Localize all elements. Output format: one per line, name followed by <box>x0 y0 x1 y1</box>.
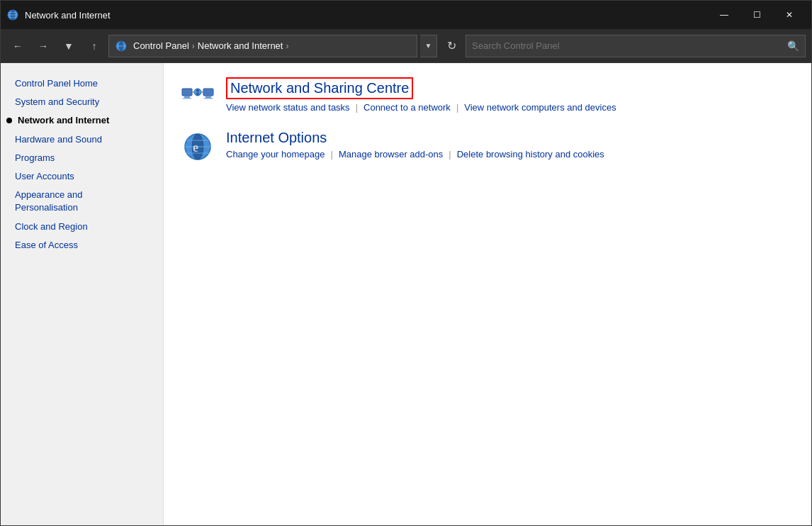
sep-2: | <box>456 102 458 113</box>
svg-rect-13 <box>204 98 213 99</box>
maximize-button[interactable]: ☐ <box>740 4 773 26</box>
internet-options-section: e Internet Options Change your homepage … <box>181 130 794 164</box>
network-sharing-body: Network and Sharing Centre View network … <box>226 77 794 113</box>
sidebar-item-network-internet[interactable]: Network and Internet <box>1 111 163 130</box>
address-dropdown[interactable]: ▼ <box>420 35 437 57</box>
refresh-button[interactable]: ↻ <box>440 35 463 57</box>
network-sharing-links: View network status and tasks | Connect … <box>226 102 794 113</box>
sep-3: | <box>331 149 333 160</box>
sidebar-item-control-panel-home[interactable]: Control Panel Home <box>1 74 163 93</box>
forward-button[interactable]: → <box>32 35 55 57</box>
sidebar-item-user-accounts[interactable]: User Accounts <box>1 167 163 186</box>
close-button[interactable]: ✕ <box>773 4 806 26</box>
title-controls: — ☐ ✕ <box>708 4 806 26</box>
connect-network-link[interactable]: Connect to a network <box>363 102 451 113</box>
path-segment-1[interactable]: Control Panel <box>133 40 189 51</box>
network-sharing-icon <box>181 77 215 111</box>
up-button[interactable]: ↑ <box>83 35 106 57</box>
content-area: Network and Sharing Centre View network … <box>164 63 811 525</box>
sidebar-item-ease-access[interactable]: Ease of Access <box>1 236 163 254</box>
search-input[interactable] <box>472 40 787 51</box>
svg-rect-8 <box>182 89 192 96</box>
window-title: Network and Internet <box>25 10 708 21</box>
path-icon <box>115 40 128 52</box>
network-sharing-title[interactable]: Network and Sharing Centre <box>226 77 413 99</box>
internet-options-icon: e <box>181 130 215 164</box>
sidebar: Control Panel Home System and Security N… <box>1 63 164 525</box>
sidebar-item-system-security[interactable]: System and Security <box>1 93 163 111</box>
manage-addons-link[interactable]: Manage browser add-ons <box>339 149 443 160</box>
path-sep-2: › <box>286 41 288 51</box>
delete-history-link[interactable]: Delete browsing history and cookies <box>457 149 604 160</box>
sidebar-item-appearance[interactable]: Appearance andPersonalisation <box>1 186 163 217</box>
main-window: Network and Internet — ☐ ✕ ← → ▼ ↑ Contr… <box>0 0 812 526</box>
search-box[interactable]: 🔍 <box>466 35 806 57</box>
svg-rect-11 <box>203 89 213 96</box>
svg-rect-12 <box>205 96 211 98</box>
view-network-status-link[interactable]: View network status and tasks <box>226 102 350 113</box>
main-content: Control Panel Home System and Security N… <box>1 63 811 525</box>
sep-4: | <box>449 149 451 160</box>
active-indicator <box>6 118 12 123</box>
svg-text:e: e <box>193 140 198 155</box>
svg-rect-10 <box>183 98 191 99</box>
view-computers-link[interactable]: View network computers and devices <box>464 102 616 113</box>
dropdown-button[interactable]: ▼ <box>57 35 80 57</box>
svg-rect-9 <box>184 96 190 98</box>
search-icon: 🔍 <box>787 40 799 52</box>
sidebar-item-programs[interactable]: Programs <box>1 149 163 167</box>
back-button[interactable]: ← <box>6 35 29 57</box>
internet-options-body: Internet Options Change your homepage | … <box>226 130 794 160</box>
path-segment-2[interactable]: Network and Internet <box>198 40 283 51</box>
network-sharing-section: Network and Sharing Centre View network … <box>181 77 794 113</box>
title-bar: Network and Internet — ☐ ✕ <box>1 1 811 29</box>
sidebar-item-clock-region[interactable]: Clock and Region <box>1 218 163 236</box>
sidebar-item-hardware-sound[interactable]: Hardware and Sound <box>1 130 163 149</box>
internet-options-links: Change your homepage | Manage browser ad… <box>226 149 794 160</box>
change-homepage-link[interactable]: Change your homepage <box>226 149 325 160</box>
sep-1: | <box>356 102 358 113</box>
address-bar: ← → ▼ ↑ Control Panel › Network and Inte… <box>1 29 811 63</box>
window-icon <box>6 9 19 21</box>
internet-options-title[interactable]: Internet Options <box>226 130 327 146</box>
address-path[interactable]: Control Panel › Network and Internet › <box>108 35 417 57</box>
path-sep-1: › <box>192 41 195 51</box>
minimize-button[interactable]: — <box>708 4 740 26</box>
